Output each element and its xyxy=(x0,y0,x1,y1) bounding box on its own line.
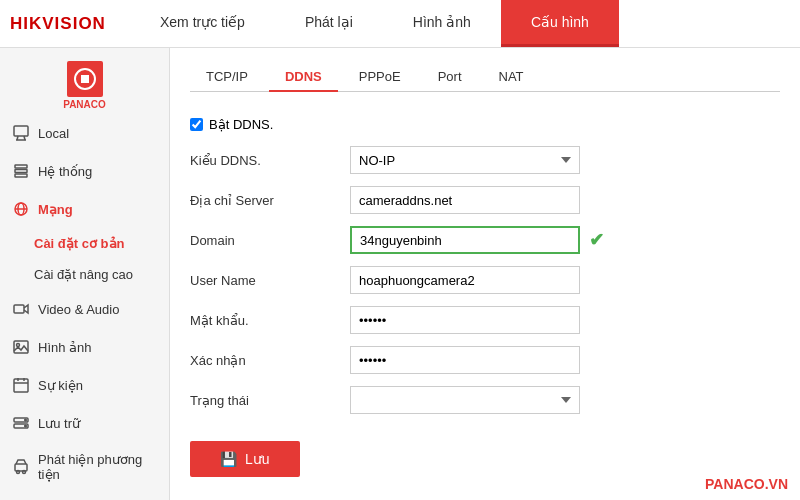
dia-chi-server-label: Địa chỉ Server xyxy=(190,193,350,208)
sidebar-luutru-label: Lưu trữ xyxy=(38,416,80,431)
enable-ddns-checkbox[interactable] xyxy=(190,118,203,131)
sidebar-phathinh-label: Phát hiện phương tiện xyxy=(38,452,157,482)
trangthai-row: Trạng thái xyxy=(190,386,780,414)
vehicle-icon xyxy=(12,458,30,476)
nav-live[interactable]: Xem trực tiếp xyxy=(130,0,275,47)
tab-ddns[interactable]: DDNS xyxy=(269,63,338,92)
panaco-logo-icon xyxy=(71,65,99,93)
sidebar-hethong-label: Hệ thống xyxy=(38,164,92,179)
tab-pppoe[interactable]: PPPoE xyxy=(343,63,417,92)
svg-point-24 xyxy=(17,471,20,474)
sidebar-mang-label: Mạng xyxy=(38,202,73,217)
ddns-form: Bật DDNS. Kiểu DDNS. NO-IP DynDNS IPServ… xyxy=(190,112,780,482)
video-icon xyxy=(12,300,30,318)
sidebar-item-mang[interactable]: Mạng xyxy=(0,190,169,228)
confirm-input[interactable] xyxy=(350,346,580,374)
kieu-ddns-label: Kiểu DDNS. xyxy=(190,153,350,168)
svg-rect-15 xyxy=(14,379,28,392)
svg-rect-6 xyxy=(15,165,27,168)
password-row: Mật khẩu. xyxy=(190,306,780,334)
nav-image[interactable]: Hình ảnh xyxy=(383,0,501,47)
dia-chi-server-row: Địa chỉ Server xyxy=(190,186,780,214)
trangthai-select[interactable] xyxy=(350,386,580,414)
sidebar-item-hethong[interactable]: Hệ thống xyxy=(0,152,169,190)
nav-playback[interactable]: Phát lại xyxy=(275,0,383,47)
kieu-ddns-select[interactable]: NO-IP DynDNS IPServer xyxy=(350,146,580,174)
svg-rect-12 xyxy=(14,305,24,313)
domain-valid-icon: ✔ xyxy=(589,229,604,251)
sidebar-item-luutru[interactable]: Lưu trữ xyxy=(0,404,169,442)
sidebar-item-videoaudio[interactable]: Video & Audio xyxy=(0,290,169,328)
svg-rect-7 xyxy=(15,170,27,173)
confirm-label: Xác nhận xyxy=(190,353,350,368)
svg-point-22 xyxy=(25,425,27,427)
storage-icon xyxy=(12,414,30,432)
sidebar-item-phathinh[interactable]: Phát hiện phương tiện xyxy=(0,442,169,492)
image-icon xyxy=(12,338,30,356)
save-label: Lưu xyxy=(245,451,270,467)
svg-rect-2 xyxy=(14,126,28,136)
username-label: User Name xyxy=(190,273,350,288)
nav-items: Xem trực tiếp Phát lại Hình ảnh Cấu hình xyxy=(130,0,800,47)
domain-input[interactable] xyxy=(350,226,580,254)
settings-icon xyxy=(12,162,30,180)
monitor-icon xyxy=(12,124,30,142)
top-navigation: HIKVISION Xem trực tiếp Phát lại Hình ản… xyxy=(0,0,800,48)
kieu-ddns-row: Kiểu DDNS. NO-IP DynDNS IPServer xyxy=(190,146,780,174)
password-label: Mật khẩu. xyxy=(190,313,350,328)
domain-label: Domain xyxy=(190,233,350,248)
svg-rect-23 xyxy=(15,464,27,471)
panaco-logo xyxy=(67,61,103,97)
svg-rect-8 xyxy=(15,174,27,177)
sidebar-sukien-label: Sự kiện xyxy=(38,378,83,393)
username-row: User Name xyxy=(190,266,780,294)
sidebar-hinhanh-label: Hình ảnh xyxy=(38,340,92,355)
footer-panaco-brand: PANACO.VN xyxy=(705,476,788,492)
domain-input-wrapper: ✔ xyxy=(350,226,580,254)
sidebar-item-vca[interactable]: VCA xyxy=(0,492,169,500)
sidebar-local-label: Local xyxy=(38,126,69,141)
domain-row: Domain ✔ xyxy=(190,226,780,254)
logo-area: HIKVISION xyxy=(0,0,130,47)
tabs-bar: TCP/IP DDNS PPPoE Port NAT xyxy=(190,63,780,92)
tab-port[interactable]: Port xyxy=(422,63,478,92)
nav-config[interactable]: Cấu hình xyxy=(501,0,619,47)
save-button[interactable]: 💾 Lưu xyxy=(190,441,300,477)
sidebar-subitem-caidatnangcao[interactable]: Cài đặt nâng cao xyxy=(0,259,169,290)
confirm-row: Xác nhận xyxy=(190,346,780,374)
sidebar-subitem-caidatcoban[interactable]: Cài đặt cơ bản xyxy=(0,228,169,259)
sidebar-item-hinhanh[interactable]: Hình ảnh xyxy=(0,328,169,366)
hikvision-logo: HIKVISION xyxy=(10,14,106,34)
dia-chi-server-input[interactable] xyxy=(350,186,580,214)
sidebar-videoaudio-label: Video & Audio xyxy=(38,302,119,317)
svg-point-21 xyxy=(25,419,27,421)
sidebar: PANACO Local Hệ thống Mạng Cài đặt cơ bả… xyxy=(0,48,170,500)
save-icon: 💾 xyxy=(220,451,237,467)
sidebar-item-sukien[interactable]: Sự kiện xyxy=(0,366,169,404)
svg-point-25 xyxy=(23,471,26,474)
enable-ddns-label[interactable]: Bật DDNS. xyxy=(209,117,273,132)
panaco-brand: PANACO xyxy=(0,53,169,114)
username-input[interactable] xyxy=(350,266,580,294)
brand-hikvision: HIKVISION xyxy=(10,14,106,34)
enable-ddns-row: Bật DDNS. xyxy=(190,117,780,132)
svg-rect-1 xyxy=(81,75,89,83)
content-area: TCP/IP DDNS PPPoE Port NAT Bật DDNS. Kiể… xyxy=(170,48,800,500)
trangthai-label: Trạng thái xyxy=(190,393,350,408)
calendar-icon xyxy=(12,376,30,394)
tab-tcpip[interactable]: TCP/IP xyxy=(190,63,264,92)
sidebar-item-local[interactable]: Local xyxy=(0,114,169,152)
password-input[interactable] xyxy=(350,306,580,334)
svg-rect-13 xyxy=(14,341,28,353)
network-icon xyxy=(12,200,30,218)
main-layout: PANACO Local Hệ thống Mạng Cài đặt cơ bả… xyxy=(0,48,800,500)
tab-nat[interactable]: NAT xyxy=(483,63,540,92)
panaco-label: PANACO xyxy=(63,99,106,110)
